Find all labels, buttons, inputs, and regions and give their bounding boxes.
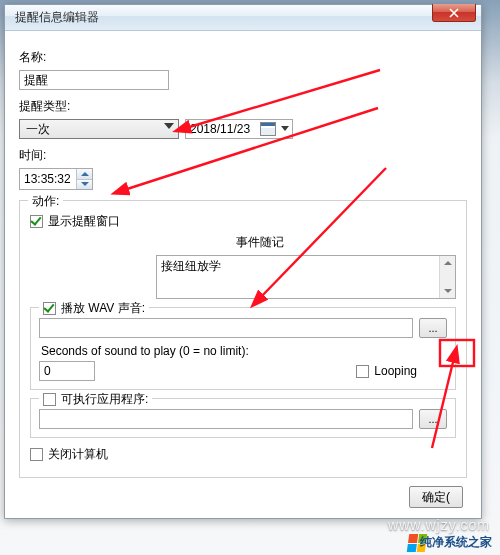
- action-group: 动作: 显示提醒窗口 事件随记 接纽纽放学: [19, 200, 467, 478]
- close-icon: [449, 8, 459, 18]
- date-value: 2018/11/23: [190, 122, 250, 136]
- wav-legend: 播放 WAV 声音:: [39, 300, 149, 317]
- note-textarea[interactable]: 接纽纽放学: [156, 255, 456, 299]
- exec-label: 可执行应用程序:: [61, 391, 148, 408]
- name-input[interactable]: [19, 70, 169, 90]
- date-picker[interactable]: 2018/11/23: [185, 119, 293, 139]
- seconds-input[interactable]: 0: [39, 361, 95, 381]
- event-note-label: 事件随记: [200, 234, 320, 251]
- type-combobox[interactable]: 一次: [19, 119, 179, 139]
- exec-path-input[interactable]: [39, 409, 413, 429]
- checkbox-icon: [30, 215, 43, 228]
- exec-legend: 可执行应用程序:: [39, 391, 152, 408]
- looping-checkbox[interactable]: Looping: [356, 364, 417, 378]
- label-type: 提醒类型:: [19, 98, 467, 115]
- wav-browse-button[interactable]: ...: [419, 318, 447, 338]
- close-button[interactable]: [432, 4, 476, 22]
- spin-down[interactable]: [77, 180, 92, 190]
- dialog-window: 提醒信息编辑器 名称: 提醒类型: 一次 2018/11/23 时间: 13:3…: [4, 4, 482, 519]
- triangle-up-icon: [81, 172, 89, 176]
- wav-path-input[interactable]: [39, 318, 413, 338]
- type-value: 一次: [26, 121, 50, 138]
- time-spinner[interactable]: 13:35:32: [19, 168, 93, 190]
- checkbox-icon: [43, 302, 56, 315]
- exec-group: 可执行应用程序: ...: [30, 398, 456, 438]
- scroll-down[interactable]: [440, 284, 455, 298]
- triangle-down-icon: [444, 289, 452, 293]
- ok-button[interactable]: 确定(: [409, 486, 463, 508]
- label-name: 名称:: [19, 49, 467, 66]
- label-time: 时间:: [19, 147, 467, 164]
- titlebar: 提醒信息编辑器: [5, 5, 481, 31]
- exec-checkbox[interactable]: 可执行应用程序:: [43, 391, 148, 408]
- calendar-icon: [260, 122, 276, 136]
- dialog-content: 名称: 提醒类型: 一次 2018/11/23 时间: 13:35:32 动作:: [5, 31, 481, 518]
- action-legend: 动作:: [28, 193, 63, 210]
- looping-label: Looping: [374, 364, 417, 378]
- show-window-checkbox[interactable]: 显示提醒窗口: [30, 213, 456, 230]
- chevron-down-icon: [164, 123, 174, 129]
- play-wav-label: 播放 WAV 声音:: [61, 300, 145, 317]
- spin-up[interactable]: [77, 169, 92, 180]
- checkbox-icon: [30, 448, 43, 461]
- spin-buttons: [76, 169, 92, 189]
- scrollbar[interactable]: [439, 256, 455, 298]
- seconds-label: Seconds of sound to play (0 = no limit):: [41, 344, 447, 358]
- triangle-up-icon: [444, 261, 452, 265]
- shutdown-checkbox[interactable]: 关闭计算机: [30, 446, 456, 463]
- scroll-up[interactable]: [440, 256, 455, 270]
- watermark-text: www.wjzy.com: [388, 517, 490, 533]
- time-value: 13:35:32: [20, 172, 76, 186]
- brand-text: 纯净系统之家: [420, 534, 492, 551]
- window-title: 提醒信息编辑器: [15, 9, 99, 26]
- checkbox-icon: [356, 365, 369, 378]
- note-value: 接纽纽放学: [161, 259, 221, 273]
- dialog-footer: 确定(: [19, 478, 467, 508]
- checkbox-icon: [43, 393, 56, 406]
- exec-browse-button[interactable]: ...: [419, 409, 447, 429]
- triangle-down-icon: [81, 182, 89, 186]
- shutdown-label: 关闭计算机: [48, 446, 108, 463]
- chevron-down-icon: [281, 126, 289, 131]
- show-window-label: 显示提醒窗口: [48, 213, 120, 230]
- play-wav-checkbox[interactable]: 播放 WAV 声音:: [43, 300, 145, 317]
- wav-group: 播放 WAV 声音: ... Seconds of sound to play …: [30, 307, 456, 390]
